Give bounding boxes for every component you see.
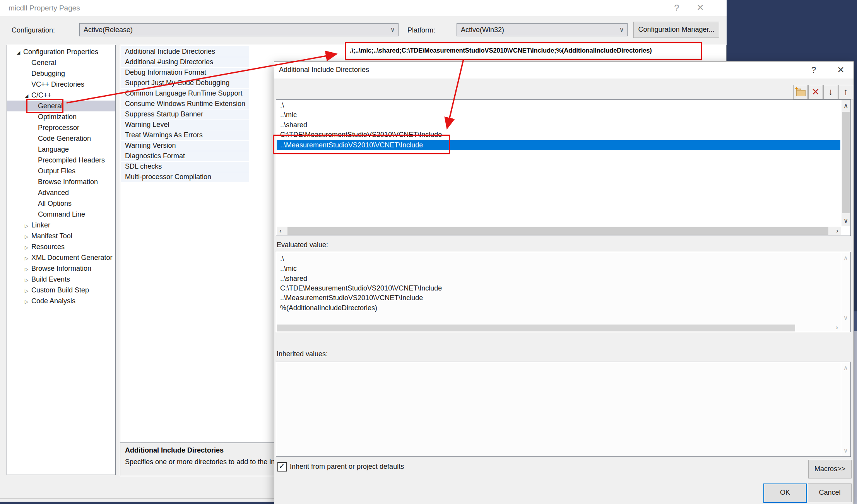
list-item[interactable]: ..\shared xyxy=(280,120,307,130)
tree-expander-icon[interactable]: ▷ xyxy=(25,242,31,253)
property-name: Warning Level xyxy=(125,121,169,129)
tree-item-resources[interactable]: ▷Resources xyxy=(7,241,115,252)
property-name: Multi-processor Compilation xyxy=(125,173,211,181)
property-name: Debug Information Format xyxy=(125,68,206,77)
platform-label: Platform: xyxy=(407,26,435,34)
tree-item-browse-information[interactable]: ▷Browse Information xyxy=(7,263,115,274)
vertical-scrollbar[interactable]: ∧ ∨ xyxy=(842,100,850,226)
list-item[interactable]: C:\TDE\MeasurementStudioVS2010\VCNET\Inc… xyxy=(280,130,442,140)
tree-item-command-line[interactable]: Command Line xyxy=(7,209,115,220)
property-name: Suppress Startup Banner xyxy=(125,110,203,118)
new-line-button[interactable]: ✦ xyxy=(793,85,808,99)
tree-item-label: Optimization xyxy=(38,113,77,121)
scroll-right-icon: › xyxy=(836,324,838,331)
tree-expander-icon[interactable]: ▷ xyxy=(25,253,31,264)
scrollbar-thumb xyxy=(277,325,795,331)
tree-item-custom-build-step[interactable]: ▷Custom Build Step xyxy=(7,285,115,296)
scroll-down-icon[interactable]: ∨ xyxy=(843,217,848,225)
delete-icon: ✕ xyxy=(812,86,820,97)
platform-value: Active(Win32) xyxy=(461,26,504,34)
tree-item-preprocessor[interactable]: Preprocessor xyxy=(7,122,115,133)
inherit-checkbox-label: Inherit from parent or project defaults xyxy=(290,463,404,471)
tree-expander-icon[interactable]: ◢ xyxy=(17,47,23,58)
tree-item-general[interactable]: General xyxy=(7,57,115,68)
configuration-manager-button[interactable]: Configuration Manager... xyxy=(633,22,719,38)
tree-item-vc-directories[interactable]: VC++ Directories xyxy=(7,79,115,90)
tree-expander-icon[interactable]: ▷ xyxy=(25,220,31,231)
property-description-title: Additional Include Directories xyxy=(125,446,224,454)
tree-item-code-analysis[interactable]: ▷Code Analysis xyxy=(7,296,115,306)
scrollbar-thumb[interactable] xyxy=(287,227,828,235)
tree-item-browse-information[interactable]: Browse Information xyxy=(7,176,115,187)
chevron-down-icon: ∨ xyxy=(619,26,624,34)
tree-item-optimization[interactable]: Optimization xyxy=(7,111,115,122)
tree-item-language[interactable]: Language xyxy=(7,144,115,155)
tree-item-advanced[interactable]: Advanced xyxy=(7,187,115,198)
tree-expander-icon[interactable]: ▷ xyxy=(25,296,31,307)
move-up-button[interactable]: ↑ xyxy=(838,85,853,99)
window-titlebar[interactable]: micdll Property Pages ? × xyxy=(0,0,727,16)
scroll-right-icon[interactable]: › xyxy=(836,227,838,235)
tree-item-label: All Options xyxy=(38,200,72,207)
tree-item-all-options[interactable]: All Options xyxy=(7,198,115,209)
list-item-selected[interactable]: ..\MeasurementStudioVS2010\VCNET\Include xyxy=(277,140,840,150)
list-item[interactable]: ..\mic xyxy=(280,110,297,120)
move-up-icon: ↑ xyxy=(843,86,848,97)
tree-item-code-generation[interactable]: Code Generation xyxy=(7,133,115,144)
tree-item-xml-document-generator[interactable]: ▷XML Document Generator xyxy=(7,252,115,263)
move-down-button[interactable]: ↓ xyxy=(823,85,838,99)
scrollbar-thumb[interactable] xyxy=(842,112,850,213)
evaluated-line: ..\shared xyxy=(280,274,307,284)
dialog-titlebar[interactable]: Additional Include Directories ? × xyxy=(274,62,854,79)
property-value-text: .\;..\mic;..\shared;C:\TDE\MeasurementSt… xyxy=(350,47,652,54)
help-icon[interactable]: ? xyxy=(671,2,683,14)
tree-item-general[interactable]: General xyxy=(7,101,115,111)
tree-expander-icon[interactable]: ▷ xyxy=(25,285,31,296)
tree-item-linker[interactable]: ▷Linker xyxy=(7,220,115,231)
help-icon[interactable]: ? xyxy=(807,64,820,76)
tree-item-c-c-[interactable]: ◢C/C++ xyxy=(7,90,115,101)
cancel-button[interactable]: Cancel xyxy=(808,483,852,502)
configuration-value: Active(Release) xyxy=(84,26,133,34)
tree-item-configuration-properties[interactable]: ◢Configuration Properties xyxy=(7,46,115,57)
tree-item-build-events[interactable]: ▷Build Events xyxy=(7,274,115,285)
tree-expander-icon[interactable]: ◢ xyxy=(25,91,31,101)
property-name: Additional Include Directories xyxy=(125,48,215,56)
tree-item-output-files[interactable]: Output Files xyxy=(7,166,115,176)
property-name: Consume Windows Runtime Extension xyxy=(125,100,245,108)
inherit-checkbox[interactable]: ✓ xyxy=(277,462,287,472)
scroll-up-icon: ∧ xyxy=(843,364,848,372)
tree-item-label: Advanced xyxy=(38,189,69,196)
tree-item-manifest-tool[interactable]: ▷Manifest Tool xyxy=(7,231,115,241)
platform-dropdown[interactable]: Active(Win32) ∨ xyxy=(457,23,628,36)
evaluated-line: C:\TDE\MeasurementStudioVS2010\VCNET\Inc… xyxy=(280,284,442,293)
close-icon[interactable]: × xyxy=(693,1,707,15)
horizontal-scrollbar[interactable]: ‹ › xyxy=(277,227,841,235)
property-name: Common Language RunTime Support xyxy=(125,89,243,97)
scroll-left-icon[interactable]: ‹ xyxy=(279,227,282,235)
checkmark-icon: ✓ xyxy=(279,461,285,471)
tree-item-label: Debugging xyxy=(31,70,65,77)
inherited-values-label: Inherited values: xyxy=(277,350,328,358)
macros-button[interactable]: Macros>> xyxy=(808,460,852,478)
ok-button[interactable]: OK xyxy=(763,483,807,503)
tree-expander-icon[interactable]: ▷ xyxy=(25,264,31,275)
window-title: micdll Property Pages xyxy=(9,4,80,12)
scroll-up-icon[interactable]: ∧ xyxy=(843,102,848,110)
additional-include-directories-dialog: Additional Include Directories ? × ✦ ✕ ↓… xyxy=(274,61,854,504)
directories-list[interactable]: .\..\mic..\sharedC:\TDE\MeasurementStudi… xyxy=(276,99,851,236)
tree-item-precompiled-headers[interactable]: Precompiled Headers xyxy=(7,155,115,166)
property-row[interactable]: Additional Include Directories xyxy=(121,46,368,57)
tree-expander-icon[interactable]: ▷ xyxy=(25,275,31,285)
evaluated-value-label: Evaluated value: xyxy=(277,241,328,249)
property-name: Diagnostics Format xyxy=(125,152,185,160)
close-icon[interactable]: × xyxy=(834,63,848,77)
tree-expander-icon[interactable]: ▷ xyxy=(25,231,31,242)
tree-item-debugging[interactable]: Debugging xyxy=(7,68,115,79)
list-item[interactable]: .\ xyxy=(280,101,284,110)
ide-backdrop-band xyxy=(854,311,857,331)
additional-include-directories-value[interactable]: .\;..\mic;..\shared;C:\TDE\MeasurementSt… xyxy=(345,42,702,60)
configuration-dropdown[interactable]: Active(Release) ∨ xyxy=(79,23,399,36)
delete-line-button[interactable]: ✕ xyxy=(808,85,823,99)
tree-item-label: XML Document Generator xyxy=(31,254,112,261)
